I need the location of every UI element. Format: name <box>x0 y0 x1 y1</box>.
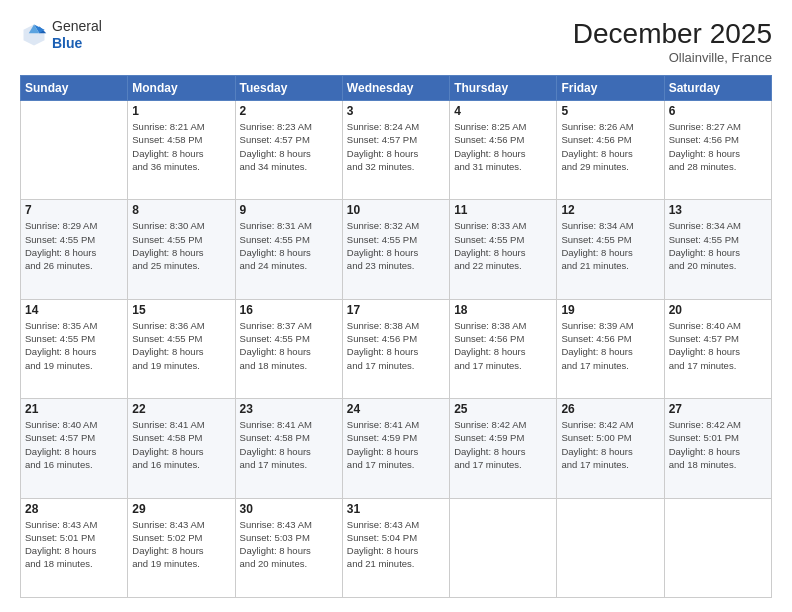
calendar-cell: 17Sunrise: 8:38 AMSunset: 4:56 PMDayligh… <box>342 299 449 398</box>
calendar-cell: 4Sunrise: 8:25 AMSunset: 4:56 PMDaylight… <box>450 101 557 200</box>
day-number: 6 <box>669 104 767 118</box>
calendar-header-row: SundayMondayTuesdayWednesdayThursdayFrid… <box>21 76 772 101</box>
day-number: 9 <box>240 203 338 217</box>
day-number: 23 <box>240 402 338 416</box>
day-info: Sunrise: 8:41 AMSunset: 4:59 PMDaylight:… <box>347 418 445 471</box>
day-number: 3 <box>347 104 445 118</box>
calendar-cell: 23Sunrise: 8:41 AMSunset: 4:58 PMDayligh… <box>235 399 342 498</box>
weekday-header: Sunday <box>21 76 128 101</box>
calendar-cell: 6Sunrise: 8:27 AMSunset: 4:56 PMDaylight… <box>664 101 771 200</box>
day-info: Sunrise: 8:26 AMSunset: 4:56 PMDaylight:… <box>561 120 659 173</box>
calendar-cell: 8Sunrise: 8:30 AMSunset: 4:55 PMDaylight… <box>128 200 235 299</box>
month-title: December 2025 <box>573 18 772 50</box>
calendar-cell <box>21 101 128 200</box>
day-info: Sunrise: 8:24 AMSunset: 4:57 PMDaylight:… <box>347 120 445 173</box>
day-info: Sunrise: 8:40 AMSunset: 4:57 PMDaylight:… <box>669 319 767 372</box>
day-number: 7 <box>25 203 123 217</box>
calendar-cell: 1Sunrise: 8:21 AMSunset: 4:58 PMDaylight… <box>128 101 235 200</box>
day-number: 5 <box>561 104 659 118</box>
calendar-cell: 21Sunrise: 8:40 AMSunset: 4:57 PMDayligh… <box>21 399 128 498</box>
day-number: 4 <box>454 104 552 118</box>
day-info: Sunrise: 8:38 AMSunset: 4:56 PMDaylight:… <box>347 319 445 372</box>
day-number: 31 <box>347 502 445 516</box>
day-info: Sunrise: 8:42 AMSunset: 5:01 PMDaylight:… <box>669 418 767 471</box>
calendar-table: SundayMondayTuesdayWednesdayThursdayFrid… <box>20 75 772 598</box>
day-info: Sunrise: 8:34 AMSunset: 4:55 PMDaylight:… <box>561 219 659 272</box>
calendar-cell: 28Sunrise: 8:43 AMSunset: 5:01 PMDayligh… <box>21 498 128 597</box>
day-info: Sunrise: 8:30 AMSunset: 4:55 PMDaylight:… <box>132 219 230 272</box>
location: Ollainville, France <box>573 50 772 65</box>
day-number: 11 <box>454 203 552 217</box>
day-number: 18 <box>454 303 552 317</box>
day-info: Sunrise: 8:34 AMSunset: 4:55 PMDaylight:… <box>669 219 767 272</box>
logo: General Blue <box>20 18 102 52</box>
day-number: 28 <box>25 502 123 516</box>
calendar-cell: 29Sunrise: 8:43 AMSunset: 5:02 PMDayligh… <box>128 498 235 597</box>
calendar-cell: 16Sunrise: 8:37 AMSunset: 4:55 PMDayligh… <box>235 299 342 398</box>
weekday-header: Wednesday <box>342 76 449 101</box>
day-info: Sunrise: 8:42 AMSunset: 5:00 PMDaylight:… <box>561 418 659 471</box>
weekday-header: Thursday <box>450 76 557 101</box>
day-info: Sunrise: 8:38 AMSunset: 4:56 PMDaylight:… <box>454 319 552 372</box>
day-info: Sunrise: 8:43 AMSunset: 5:04 PMDaylight:… <box>347 518 445 571</box>
day-number: 16 <box>240 303 338 317</box>
calendar-week-row: 7Sunrise: 8:29 AMSunset: 4:55 PMDaylight… <box>21 200 772 299</box>
day-number: 8 <box>132 203 230 217</box>
header: General Blue December 2025 Ollainville, … <box>20 18 772 65</box>
weekday-header: Saturday <box>664 76 771 101</box>
day-number: 30 <box>240 502 338 516</box>
day-info: Sunrise: 8:31 AMSunset: 4:55 PMDaylight:… <box>240 219 338 272</box>
day-number: 25 <box>454 402 552 416</box>
title-area: December 2025 Ollainville, France <box>573 18 772 65</box>
day-info: Sunrise: 8:37 AMSunset: 4:55 PMDaylight:… <box>240 319 338 372</box>
calendar-week-row: 14Sunrise: 8:35 AMSunset: 4:55 PMDayligh… <box>21 299 772 398</box>
page: General Blue December 2025 Ollainville, … <box>0 0 792 612</box>
day-info: Sunrise: 8:39 AMSunset: 4:56 PMDaylight:… <box>561 319 659 372</box>
calendar-cell: 22Sunrise: 8:41 AMSunset: 4:58 PMDayligh… <box>128 399 235 498</box>
day-info: Sunrise: 8:43 AMSunset: 5:02 PMDaylight:… <box>132 518 230 571</box>
calendar-cell: 12Sunrise: 8:34 AMSunset: 4:55 PMDayligh… <box>557 200 664 299</box>
day-number: 26 <box>561 402 659 416</box>
calendar-cell: 31Sunrise: 8:43 AMSunset: 5:04 PMDayligh… <box>342 498 449 597</box>
day-number: 27 <box>669 402 767 416</box>
day-number: 29 <box>132 502 230 516</box>
day-info: Sunrise: 8:27 AMSunset: 4:56 PMDaylight:… <box>669 120 767 173</box>
weekday-header: Monday <box>128 76 235 101</box>
calendar-cell: 19Sunrise: 8:39 AMSunset: 4:56 PMDayligh… <box>557 299 664 398</box>
day-info: Sunrise: 8:21 AMSunset: 4:58 PMDaylight:… <box>132 120 230 173</box>
day-info: Sunrise: 8:33 AMSunset: 4:55 PMDaylight:… <box>454 219 552 272</box>
day-info: Sunrise: 8:36 AMSunset: 4:55 PMDaylight:… <box>132 319 230 372</box>
calendar-cell: 9Sunrise: 8:31 AMSunset: 4:55 PMDaylight… <box>235 200 342 299</box>
calendar-cell: 20Sunrise: 8:40 AMSunset: 4:57 PMDayligh… <box>664 299 771 398</box>
day-number: 1 <box>132 104 230 118</box>
day-number: 13 <box>669 203 767 217</box>
day-number: 19 <box>561 303 659 317</box>
calendar-cell <box>450 498 557 597</box>
day-info: Sunrise: 8:29 AMSunset: 4:55 PMDaylight:… <box>25 219 123 272</box>
day-info: Sunrise: 8:32 AMSunset: 4:55 PMDaylight:… <box>347 219 445 272</box>
day-number: 12 <box>561 203 659 217</box>
weekday-header: Tuesday <box>235 76 342 101</box>
day-info: Sunrise: 8:41 AMSunset: 4:58 PMDaylight:… <box>240 418 338 471</box>
day-info: Sunrise: 8:40 AMSunset: 4:57 PMDaylight:… <box>25 418 123 471</box>
day-number: 20 <box>669 303 767 317</box>
calendar-cell: 7Sunrise: 8:29 AMSunset: 4:55 PMDaylight… <box>21 200 128 299</box>
calendar-week-row: 21Sunrise: 8:40 AMSunset: 4:57 PMDayligh… <box>21 399 772 498</box>
calendar-week-row: 28Sunrise: 8:43 AMSunset: 5:01 PMDayligh… <box>21 498 772 597</box>
day-number: 24 <box>347 402 445 416</box>
calendar-cell: 18Sunrise: 8:38 AMSunset: 4:56 PMDayligh… <box>450 299 557 398</box>
logo-general: General <box>52 18 102 35</box>
day-info: Sunrise: 8:25 AMSunset: 4:56 PMDaylight:… <box>454 120 552 173</box>
calendar-cell: 2Sunrise: 8:23 AMSunset: 4:57 PMDaylight… <box>235 101 342 200</box>
day-info: Sunrise: 8:42 AMSunset: 4:59 PMDaylight:… <box>454 418 552 471</box>
logo-icon <box>20 21 48 49</box>
calendar-cell <box>557 498 664 597</box>
calendar-cell: 5Sunrise: 8:26 AMSunset: 4:56 PMDaylight… <box>557 101 664 200</box>
calendar-cell: 27Sunrise: 8:42 AMSunset: 5:01 PMDayligh… <box>664 399 771 498</box>
calendar-week-row: 1Sunrise: 8:21 AMSunset: 4:58 PMDaylight… <box>21 101 772 200</box>
day-number: 14 <box>25 303 123 317</box>
calendar-cell: 13Sunrise: 8:34 AMSunset: 4:55 PMDayligh… <box>664 200 771 299</box>
day-info: Sunrise: 8:35 AMSunset: 4:55 PMDaylight:… <box>25 319 123 372</box>
logo-blue: Blue <box>52 35 102 52</box>
day-info: Sunrise: 8:23 AMSunset: 4:57 PMDaylight:… <box>240 120 338 173</box>
